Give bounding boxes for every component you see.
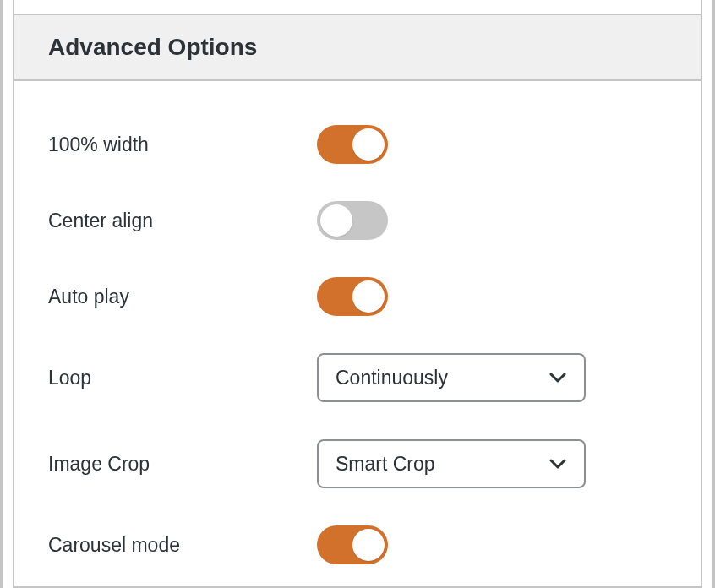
toggle-full-width[interactable] [317, 125, 388, 164]
field-control-loop: Continuously [317, 353, 586, 402]
panel-top-gap [14, 0, 701, 14]
settings-panel: Advanced Options 100% width Center align [13, 0, 702, 588]
field-label-center-align: Center align [48, 210, 317, 232]
field-label-image-crop: Image Crop [48, 453, 317, 476]
field-control-image-crop: Smart Crop [317, 439, 586, 488]
select-loop[interactable]: Continuously [317, 353, 586, 402]
select-value-loop: Continuously [336, 367, 549, 389]
toggle-knob [352, 529, 385, 561]
field-control-auto-play [317, 277, 388, 316]
field-label-loop: Loop [48, 367, 317, 389]
select-image-crop[interactable]: Smart Crop [317, 439, 586, 488]
field-row-image-crop: Image Crop Smart Crop [48, 439, 667, 488]
field-label-auto-play: Auto play [48, 286, 317, 308]
field-row-carousel-mode: Carousel mode [48, 525, 667, 564]
toggle-knob [320, 204, 352, 237]
field-row-full-width: 100% width [48, 125, 667, 164]
section-body: 100% width Center align Auto play [14, 81, 701, 588]
section-title: Advanced Options [48, 34, 667, 61]
toggle-auto-play[interactable] [317, 277, 388, 316]
toggle-carousel-mode[interactable] [317, 525, 388, 564]
toggle-knob [352, 280, 385, 313]
field-label-full-width: 100% width [48, 133, 317, 156]
field-control-carousel-mode [317, 525, 388, 564]
chevron-down-icon [549, 368, 567, 387]
chevron-down-icon [549, 455, 567, 473]
field-control-center-align [317, 201, 388, 240]
field-label-carousel-mode: Carousel mode [48, 534, 317, 557]
field-row-loop: Loop Continuously [48, 353, 667, 402]
field-row-center-align: Center align [48, 201, 667, 240]
section-header-advanced-options: Advanced Options [14, 14, 701, 81]
field-row-auto-play: Auto play [48, 277, 667, 316]
toggle-knob [352, 128, 385, 161]
field-control-full-width [317, 125, 388, 164]
select-value-image-crop: Smart Crop [336, 453, 549, 476]
outer-frame: Advanced Options 100% width Center align [0, 0, 715, 588]
toggle-center-align[interactable] [317, 201, 388, 240]
